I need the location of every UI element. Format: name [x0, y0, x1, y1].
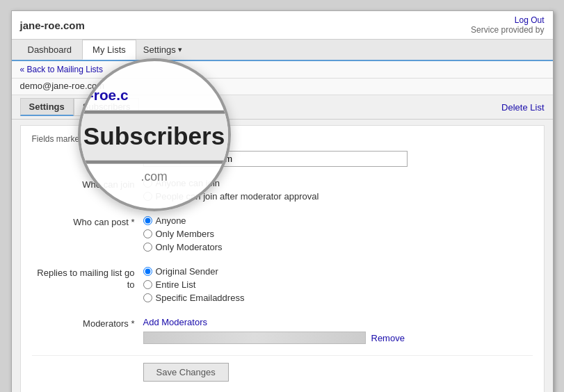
join-approval-radio[interactable] — [143, 192, 152, 201]
fields-note: Fields marked with (*) are required — [32, 134, 533, 144]
sub-tabs-bar: Settings Subscribers Delete List — [12, 95, 553, 120]
reply-original-radio[interactable] — [143, 267, 152, 276]
nav-bar: Dashboard My Lists Settings — [12, 40, 553, 61]
replies-row: Replies to mailing list go to Original S… — [32, 266, 533, 306]
who-post-options: Anyone Only Members Only Moderators — [143, 215, 533, 255]
join-option-approval: People can join after moderator approval — [143, 191, 533, 202]
who-post-label: Who can post * — [32, 215, 143, 227]
list-name-field — [143, 151, 533, 167]
top-right: Log Out Service provided by — [471, 15, 544, 35]
nav-tab-dashboard[interactable]: Dashboard — [17, 40, 83, 60]
list-name-row: List Name * — [32, 151, 533, 167]
list-name-input[interactable] — [143, 151, 408, 167]
who-join-row: Who can join Anyone can join People can … — [32, 178, 533, 204]
who-join-options: Anyone can join People can join after mo… — [143, 178, 533, 204]
nav-dropdown-settings[interactable]: Settings — [136, 40, 189, 59]
site-title: jane-roe.com — [20, 19, 85, 31]
nav-tab-my-lists[interactable]: My Lists — [82, 40, 136, 60]
sub-tab-subscribers[interactable]: Subscribers — [74, 98, 140, 116]
moderators-row: Moderators * Add Moderators Remove — [32, 317, 533, 344]
add-moderators-link[interactable]: Add Moderators — [143, 317, 208, 327]
email-line: demo@jane-roe.com — [12, 79, 553, 95]
breadcrumb-bar: « Back to Mailing Lists — [12, 61, 553, 79]
reply-original: Original Sender — [143, 266, 533, 277]
post-option-anyone: Anyone — [143, 215, 533, 226]
moderators-label: Moderators * — [32, 317, 143, 329]
main-content: Fields marked with (*) are required List… — [20, 125, 545, 392]
remove-moderator-link[interactable]: Remove — [371, 333, 405, 343]
reply-entire-radio[interactable] — [143, 280, 152, 289]
delete-list-link[interactable]: Delete List — [501, 102, 544, 113]
who-join-label: Who can join — [32, 178, 143, 190]
who-post-row: Who can post * Anyone Only Members Only … — [32, 215, 533, 255]
join-option-anyone: Anyone can join — [143, 178, 533, 188]
sub-tab-settings[interactable]: Settings — [20, 98, 74, 116]
post-option-members: Only Members — [143, 229, 533, 239]
replies-options: Original Sender Entire List Specific Ema… — [143, 266, 533, 306]
post-option-moderators: Only Moderators — [143, 242, 533, 252]
replies-label: Replies to mailing list go to — [32, 266, 143, 291]
moderators-field: Add Moderators Remove — [143, 317, 533, 344]
service-label: Service provided by — [471, 25, 544, 35]
reply-entire: Entire List — [143, 279, 533, 290]
reply-specific-radio[interactable] — [143, 293, 152, 302]
moderator-entry: Remove — [143, 332, 533, 344]
save-changes-button[interactable]: Save Changes — [143, 363, 229, 382]
email-display: demo@jane-roe.com — [20, 81, 105, 91]
reply-specific: Specific Emailaddress — [143, 293, 533, 303]
post-members-radio[interactable] — [143, 229, 152, 238]
top-bar: jane-roe.com Log Out Service provided by — [12, 11, 553, 40]
sub-tabs: Settings Subscribers — [20, 98, 140, 116]
post-anyone-radio[interactable] — [143, 216, 152, 225]
logout-link[interactable]: Log Out — [515, 15, 545, 25]
moderator-email-bar — [143, 332, 366, 344]
post-moderators-radio[interactable] — [143, 243, 152, 252]
save-row: Save Changes — [32, 355, 533, 382]
join-anyone-radio[interactable] — [143, 179, 152, 188]
list-name-label: List Name * — [32, 151, 143, 163]
back-to-lists-link[interactable]: « Back to Mailing Lists — [20, 65, 103, 74]
